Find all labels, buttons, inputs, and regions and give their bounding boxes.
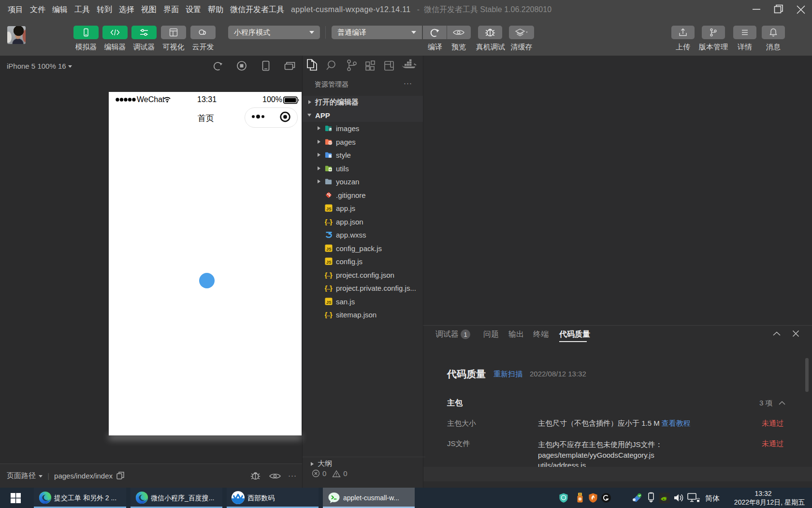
svg-text:}: } xyxy=(330,284,333,292)
svg-text:}: } xyxy=(330,218,333,225)
svg-text:JS: JS xyxy=(326,300,332,305)
svg-text:{: { xyxy=(325,218,328,225)
svg-text:{: { xyxy=(325,271,328,279)
svg-text:{: { xyxy=(325,284,328,292)
svg-text:JS: JS xyxy=(326,247,332,252)
svg-text:{: { xyxy=(325,311,328,318)
svg-text:<>: <> xyxy=(329,141,332,145)
svg-text:JS: JS xyxy=(326,260,332,265)
svg-text:}: } xyxy=(330,311,333,318)
svg-text:}: } xyxy=(330,271,333,279)
svg-text:JS: JS xyxy=(326,207,332,211)
